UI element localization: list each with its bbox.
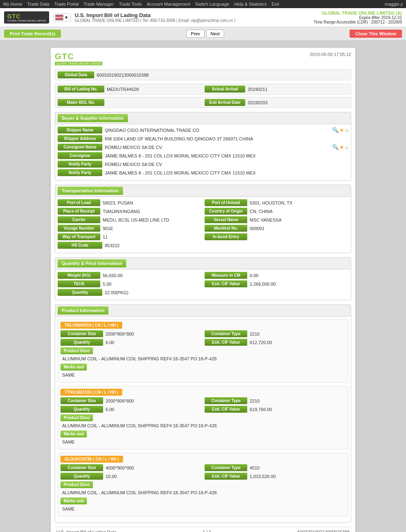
esti-cif-field: Esti. CIF Value 2,266,000.00 [205, 280, 348, 287]
container-size-type-row-3: Container Size 4000*900*900 Container Ty… [60, 464, 346, 471]
hs-code-label: HS Code [58, 242, 102, 249]
notify-party-1-value: ROMEU MEXICO SA DE CV [102, 161, 348, 168]
mater-bol-field: Mater BOL No. [58, 99, 201, 106]
teus-field: TEUS 5.00 [58, 280, 201, 287]
global-data-label: Global Data [58, 71, 94, 78]
quantity-body: Weight (KG) 56,650.00 Measure in CM 0.00… [55, 269, 351, 300]
nav-switch-language[interactable]: Switch Language [195, 2, 229, 6]
actual-arrival-label: Actual Arrival [205, 86, 245, 93]
container-cif-label-1: Esti. CIF Value [205, 339, 247, 346]
star-icon-2[interactable]: ★ [339, 144, 344, 150]
next-button-top[interactable]: Next [206, 30, 225, 38]
container-block-1: TRLU8940919 ( CN / L / HH ) Container Si… [58, 319, 348, 383]
nav-trade-tools[interactable]: Trade Tools [119, 2, 142, 6]
teus-label: TEUS [58, 280, 100, 287]
hs-code-value: 853222 [102, 242, 348, 249]
notify-party-1-row: Notify Party ROMEU MEXICO SA DE CV [58, 161, 348, 168]
nav-trade-data[interactable]: Trade Data [27, 2, 50, 6]
manifest-no-value: 000001 [247, 225, 348, 232]
bol-field: Bill of Lading No. MEDUTI544528 [58, 86, 201, 93]
product-desc-wrap-3: Product Desc ALUMINUM COIL - ALUMINUM CO… [60, 481, 346, 496]
product-desc-wrap-1: Product Desc ALUMINUM COIL - ALUMINUM CO… [60, 347, 346, 362]
consignee-row: Consignee JAIME BALMES 8 - 201 COL LOS M… [58, 152, 348, 159]
logo-subtext: GLOBAL TRADE ONLINE LIMITED [7, 19, 46, 22]
carrier-label: Carrier [58, 216, 100, 223]
marks-label-1: Marks and [60, 364, 87, 370]
buyer-supplier-section: Buyer & Supplier Information Shipper Nam… [55, 112, 351, 181]
top-navigation: My Home Trade Data Trade Portal Trade Ma… [0, 0, 406, 8]
nav-account-management[interactable]: Account Management [147, 2, 190, 6]
weight-field: Weight (KG) 56,650.00 [58, 272, 201, 279]
container-size-type-row-2: Container Size 2000*806*800 Container Ty… [60, 397, 346, 404]
nav-help-statistics[interactable]: Help & Statistics [234, 2, 267, 6]
port-of-load-value: 58023, PUSAN [100, 200, 201, 206]
country-of-origin-label: Country of Origin [205, 208, 247, 215]
in-bond-entry-label: In-bond Entry [205, 233, 247, 240]
port-of-load-label: Port of Load [58, 199, 100, 206]
nav-my-home[interactable]: My Home [3, 2, 22, 6]
container-cif-label-2: Esti. CIF Value [205, 406, 247, 413]
weight-label: Weight (KG) [58, 272, 100, 279]
product-desc-text-2: ALUMINUM COIL - ALUMINUM COIL SHIPPING R… [60, 422, 346, 429]
flag-selector[interactable]: ▼ [53, 13, 71, 22]
print-button-top[interactable]: Print Trade Record(s) [4, 30, 61, 38]
doc-logo-text: GTC [55, 52, 102, 61]
global-data-value: 600320190213000015388 [94, 72, 348, 78]
expire-info: Expire After 2019-12-31 [313, 15, 402, 20]
nav-exit[interactable]: Exit [272, 2, 279, 6]
measure-field: Measure in CM 0.00 [205, 272, 348, 279]
search-icon-2[interactable]: 🔍 [332, 144, 339, 150]
manifest-no-label: Manifest No. [205, 225, 247, 232]
quantity-label: Quantity [58, 289, 102, 296]
shipper-name-row: Shipper Name QINGDAO CIGO INTERNATIONAL … [58, 127, 348, 134]
container-size-field-1: Container Size 2000*806*800 [60, 330, 201, 337]
doc-footer-right: 600320190213000015388 [298, 530, 350, 532]
mater-bol-value [104, 102, 201, 103]
quantity-row-1: Weight (KG) 56,650.00 Measure in CM 0.00 [58, 272, 348, 279]
shipper-address-value: RM 1004 LAND OF WEALTH BUILDING NO QINGD… [102, 136, 348, 142]
close-button-top[interactable]: Close This Window [350, 30, 402, 38]
measure-value: 0.00 [247, 272, 348, 279]
esti-cif-value: 2,266,000.00 [247, 281, 348, 287]
container-cif-field-2: Esti. CIF Value 619,760.00 [205, 406, 346, 413]
transport-row-5: Way of Transport 11 In-bond Entry [58, 233, 348, 240]
marks-wrap-2: Marks and SAME [60, 431, 346, 445]
home-icon-2[interactable]: ⌂ [345, 144, 348, 150]
container-block-3: GLDU9724796 ( CN / L / HH ) Container Si… [58, 453, 348, 517]
container-qty-label-3: Quantity [60, 473, 103, 480]
in-bond-entry-value [247, 236, 348, 238]
search-icon[interactable]: 🔍 [332, 127, 339, 133]
voyage-number-label: Voyage Number [58, 225, 100, 232]
doc-logo-sub: GLOBAL TRADE ONLINE LIMITED [55, 62, 102, 65]
marks-value-1: SAME [60, 372, 346, 378]
document-content: GTC GLOBAL TRADE ONLINE LIMITED 2019-09-… [51, 48, 355, 532]
container-qty-cif-row-1: Quantity 6.00 Esti. CIF Value 612,720.00 [60, 339, 346, 346]
product-desc-wrap-2: Product Desc ALUMINUM COIL - ALUMINUM CO… [60, 414, 346, 429]
port-of-unload-value: 5301, HOUSTON, TX [247, 200, 348, 206]
container-type-label-2: Container Type [205, 397, 247, 404]
consignee-name-label: Consignee Name [58, 144, 102, 151]
flag-dropdown-icon: ▼ [64, 15, 69, 20]
container-cif-value-1: 612,720.00 [247, 339, 346, 346]
nav-trade-portal[interactable]: Trade Portal [54, 2, 79, 6]
quantity-row-2: TEUS 5.00 Esti. CIF Value 2,266,000.00 [58, 280, 348, 287]
container-cif-value-3: 1,033,520.00 [247, 473, 346, 480]
logo: GTC GLOBAL TRADE ONLINE LIMITED [4, 11, 49, 24]
place-of-receipt-label: Place of Receipt [58, 208, 100, 215]
marks-value-2: SAME [60, 439, 346, 445]
star-icon[interactable]: ★ [339, 127, 344, 133]
esti-arrival-label: Esti Arrival Date [205, 99, 245, 106]
user-name: maggie.y [384, 2, 403, 6]
quantity-price-section: Quantity & Price Information Weight (KG)… [55, 257, 351, 300]
vessel-name-field: Vessel Name MSC VANESSA [205, 216, 348, 223]
nav-trade-manager[interactable]: Trade Manager [84, 2, 114, 6]
container-type-label-1: Container Type [205, 330, 247, 337]
vessel-name-label: Vessel Name [205, 216, 247, 223]
home-icon[interactable]: ⌂ [345, 127, 348, 133]
product-desc-label-2: Product Desc [60, 414, 93, 421]
mater-bol-label: Mater BOL No. [58, 99, 104, 106]
header-right: GLOBAL TRADE ONLINE LIMITED (A) Expire A… [313, 11, 402, 24]
prev-button-top[interactable]: Prev [186, 30, 205, 38]
way-of-transport-value: 11 [100, 234, 201, 240]
shipper-address-label: Shipper Address [58, 135, 102, 142]
